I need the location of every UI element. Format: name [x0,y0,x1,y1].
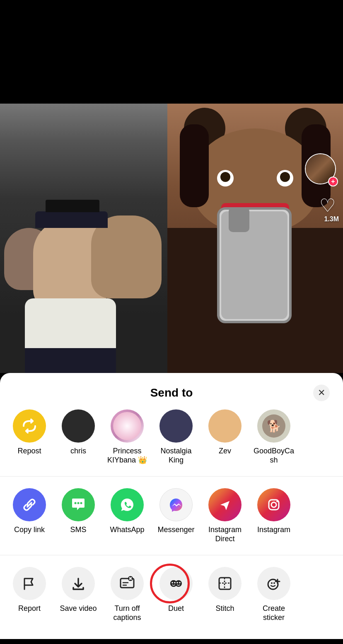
action-name-report: Report [18,604,41,613]
divider-1 [0,476,343,477]
follow-plus-button[interactable]: + [328,177,338,186]
contact-name-princess: Princess KIYbana 👑 [104,447,150,465]
contact-avatar-goodboycash: 🐕 [257,409,290,443]
app-item-sms[interactable]: SMS [56,488,101,535]
apps-row: Copy link SMS WhatsApp [0,488,343,543]
contact-name-repost: Repost [17,447,41,456]
action-name-stitch: Stitch [215,604,234,613]
igdirect-icon-circle [208,488,242,521]
contact-avatar-chris [62,409,95,443]
like-button[interactable]: ♡ [319,195,336,216]
action-item-stitch[interactable]: Stitch [202,567,248,613]
svg-point-17 [172,582,173,584]
svg-point-19 [176,582,178,584]
video-black-top [0,0,343,104]
app-name-instagram: Instagram [257,525,290,535]
app-item-messenger[interactable]: Messenger [153,488,199,535]
contact-avatar-zev [208,409,242,443]
close-button[interactable]: ✕ [313,385,330,401]
contact-item-nostalgia[interactable]: Nostalgia King [153,409,199,465]
app-name-igdirect: Instagram Direct [202,525,248,543]
app-name-whatsapp: WhatsApp [110,525,144,535]
action-name-duet: Duet [168,604,184,613]
contact-avatar-nostalgia [159,409,193,443]
action-item-createsticker[interactable]: Create sticker [251,567,297,622]
action-name-createsticker: Create sticker [251,604,297,622]
sheet-title: Send to [30,386,313,399]
messenger-icon-circle [159,488,193,521]
svg-point-3 [80,502,82,504]
svg-point-20 [179,582,181,584]
savevideo-icon-circle [62,567,95,600]
send-to-sheet: Send to ✕ Repost chris [0,373,343,639]
like-count: 1.3M [324,215,339,223]
svg-point-2 [77,502,80,504]
svg-point-25 [271,582,273,584]
contact-item-chris[interactable]: chris [56,409,101,456]
svg-point-16 [175,580,182,587]
contact-item-zev[interactable]: Zev [202,409,248,456]
stitch-icon-circle [208,567,242,600]
app-item-whatsapp[interactable]: WhatsApp [104,488,150,535]
app-name-copylink: Copy link [14,525,45,535]
svg-point-6 [276,501,278,502]
contact-name-nostalgia: Nostalgia King [153,447,199,465]
createsticker-icon-circle [257,567,290,600]
action-item-duet[interactable]: Duet [153,567,199,613]
action-item-savevideo[interactable]: Save video [56,567,101,613]
svg-point-1 [75,502,77,504]
creator-avatar[interactable]: + [305,153,338,186]
contacts-row: Repost chris Princess KIYbana 👑 Nostalgi… [0,409,343,465]
divider-2 [0,555,343,555]
report-icon-circle [13,567,46,600]
action-name-savevideo: Save video [60,604,97,613]
app-item-instagram[interactable]: Instagram [251,488,297,535]
app-name-messenger: Messenger [157,525,194,535]
copylink-icon-circle [13,488,46,521]
svg-point-26 [273,582,275,584]
action-name-turncaptions: Turn off captions [104,604,150,622]
contact-avatar-princess [111,409,144,443]
sheet-header: Send to ✕ [0,373,343,409]
contact-item-repost[interactable]: Repost [7,409,52,456]
contact-name-zev: Zev [219,447,231,456]
video-area: + ♡ 1.3M [0,0,343,373]
contact-item-goodboycash[interactable]: 🐕 GoodBoyCa sh [251,409,297,465]
repost-avatar [13,409,46,443]
actions-row: Report Save video [0,567,343,622]
svg-point-18 [174,582,176,584]
app-item-igdirect[interactable]: Instagram Direct [202,488,248,543]
action-item-report[interactable]: Report [7,567,52,613]
duet-icon-circle [159,567,193,600]
contact-name-chris: chris [70,447,86,456]
sms-icon-circle [62,488,95,521]
svg-point-5 [271,502,276,507]
instagram-icon-circle [257,488,290,521]
whatsapp-icon-circle [111,488,144,521]
action-item-turncaptions[interactable]: Turn off captions [104,567,150,622]
app-name-sms: SMS [70,525,86,535]
app-item-copylink[interactable]: Copy link [7,488,52,535]
contact-name-goodboycash: GoodBoyCa sh [251,447,297,465]
turncaptions-icon-circle [111,567,144,600]
contact-item-princess[interactable]: Princess KIYbana 👑 [104,409,150,465]
